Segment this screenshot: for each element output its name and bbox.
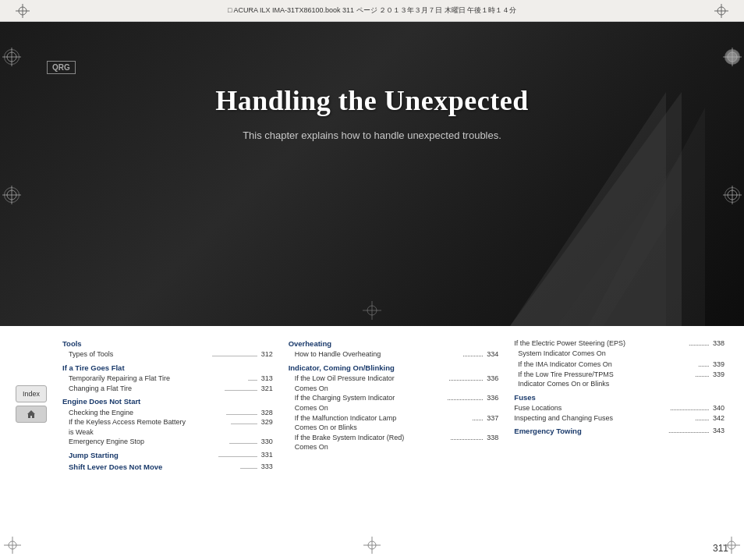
title-section: Handling the Unexpected This chapter exp… <box>0 84 744 141</box>
qrg-badge[interactable]: QRG <box>47 61 76 74</box>
cross-bottom-white-icon <box>363 537 381 554</box>
crosshair-right-icon <box>714 4 728 18</box>
subtitle: This chapter explains how to handle unex… <box>0 129 744 141</box>
cross-mr-icon <box>723 186 742 204</box>
toc-item-charging-system: If the Charging System IndicatorComes On… <box>289 393 499 413</box>
toc-col-3: If the Electric Power Steering (EPS) Sys… <box>510 338 728 548</box>
toc-item-emergency-towing: Emergency Towing .......................… <box>514 426 725 436</box>
toc-item-fuse-locations: Fuse Locations .........................… <box>514 403 725 413</box>
toc-title-fuses: Fuses <box>514 392 725 402</box>
toc-title-indicator: Indicator, Coming On/Blinking <box>289 363 499 373</box>
toc-item-handle-overheating: How to Handle Overheating ............. … <box>289 349 499 360</box>
toc-item-tpms: If the Low Tire Pressure/TPMS Indicator … <box>514 370 725 389</box>
toc-item-temp-repair: Temporarily Repairing a Flat Tire ......… <box>62 374 273 384</box>
toc-item-oil-pressure: If the Low Oil Pressure IndicatorComes O… <box>289 374 499 393</box>
page-container: □ ACURA ILX IMA-31TX86100.book 311 ページ ２… <box>0 0 744 560</box>
home-button[interactable] <box>16 406 47 423</box>
toc-item-brake-system: If the Brake System Indicator (Red)Comes… <box>289 433 499 452</box>
cross-tr-icon <box>723 48 742 66</box>
toc-item-malfunction-lamp: If the Malfunction Indicator LampComes O… <box>289 413 499 433</box>
content-area: Index Tools Types of Tools .............… <box>0 326 744 560</box>
toc-title-tools: Tools <box>62 338 273 349</box>
svg-marker-24 <box>27 410 35 418</box>
toc-title-overheating: Overheating <box>289 338 499 349</box>
toc-item-changing-flat: Changing a Flat Tire ...................… <box>62 384 273 394</box>
cross-bottom-hero-icon <box>363 301 381 320</box>
hero-triangle-svg <box>385 30 682 326</box>
toc-item-jump-starting: Jump Starting ......................... … <box>62 450 273 460</box>
main-title: Handling the Unexpected <box>0 84 744 117</box>
crosshair-left-icon <box>16 4 30 18</box>
index-button[interactable]: Index <box>16 385 47 402</box>
toc-title-tire-goes-flat: If a Tire Goes Flat <box>62 363 273 373</box>
toc-item-types-of-tools: Types of Tools .........................… <box>62 349 273 360</box>
top-bar: □ ACURA ILX IMA-31TX86100.book 311 ページ ２… <box>0 0 744 22</box>
toc-columns: Tools Types of Tools ...................… <box>58 338 728 548</box>
cross-bl-icon <box>4 537 21 554</box>
left-sidebar: Index <box>16 338 58 548</box>
cross-br-icon <box>723 537 740 554</box>
cross-ml-icon <box>2 186 21 204</box>
toc-item-eps: If the Electric Power Steering (EPS) Sys… <box>514 338 725 358</box>
toc-item-keyless-weak: If the Keyless Access Remote Batteryis W… <box>62 417 273 437</box>
toc-col-1: Tools Types of Tools ...................… <box>58 338 277 548</box>
toc-item-inspecting-fuses: Inspecting and Changing Fuses ......... … <box>514 413 725 424</box>
toc-item-checking-engine: Checking the Engine ....................… <box>62 408 273 418</box>
toc-item-shift-lever: Shift Lever Does Not Move ........... 33… <box>62 462 273 472</box>
toc-col-2: Overheating How to Handle Overheating ..… <box>285 338 503 548</box>
toc-item-ima: If the IMA Indicator Comes On ....... 33… <box>514 360 725 370</box>
toc-title-engine-not-start: Engine Does Not Start <box>62 396 273 406</box>
home-icon <box>26 409 37 420</box>
hero-area: QRG Handling the Unexpected This chapter… <box>0 22 744 326</box>
cross-tl-icon <box>2 48 21 66</box>
toc-item-emergency-stop: Emergency Engine Stop ..................… <box>62 437 273 447</box>
topbar-filename: □ ACURA ILX IMA-31TX86100.book 311 ページ ２… <box>30 5 714 16</box>
